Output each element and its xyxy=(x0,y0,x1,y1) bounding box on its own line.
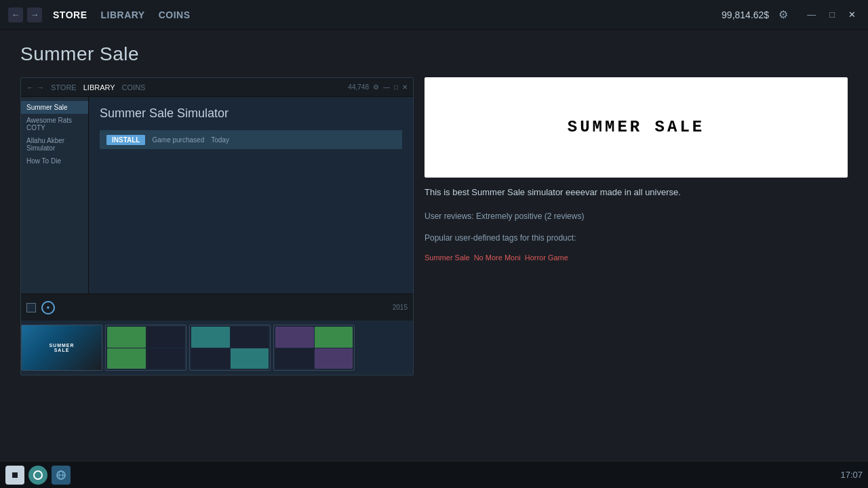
reviews-row: User reviews: Extremely positive (2 revi… xyxy=(425,211,848,221)
reviews-detail: Extremely positive (2 reviews) xyxy=(476,211,584,221)
nested-forward[interactable]: → xyxy=(37,83,44,92)
right-panel: SUMMER SALE This is best Summer Sale sim… xyxy=(425,77,848,461)
thumb-cell xyxy=(315,327,353,348)
thumb-cell xyxy=(146,327,185,348)
nested-gear[interactable]: ⚙ xyxy=(373,83,379,91)
nav-arrows: ← → xyxy=(8,7,42,22)
install-button[interactable]: INSTALL xyxy=(106,135,145,145)
maximize-button[interactable]: □ xyxy=(825,8,839,21)
settings-icon[interactable]: ⚙ xyxy=(776,7,791,22)
purchase-info: Game purchased xyxy=(152,136,204,144)
media-checkbox[interactable] xyxy=(26,303,36,312)
circle-icon xyxy=(33,470,43,481)
install-bar: INSTALL Game purchased Today xyxy=(100,130,402,149)
thumb-cell xyxy=(107,327,146,348)
thumb-cell xyxy=(146,348,185,369)
taskbar-app-button[interactable] xyxy=(28,466,47,485)
coins-amount: 99,814.62$ xyxy=(722,9,769,20)
thumbnail-1[interactable]: SUMMER SALE xyxy=(21,325,102,371)
svg-point-1 xyxy=(34,471,42,479)
nested-right: 44,748 ⚙ — □ ✕ xyxy=(348,83,408,91)
nav-right: 99,814.62$ ⚙ — □ ✕ xyxy=(722,7,860,22)
tags-label: Popular user-defined tags for this produ… xyxy=(425,233,848,243)
thumb-cell xyxy=(275,327,314,348)
nested-close[interactable]: ✕ xyxy=(402,83,408,91)
thumbnail-3[interactable] xyxy=(189,325,271,371)
thumbnails-row: SUMMER SALE xyxy=(21,321,413,375)
sidebar-item-1[interactable]: Awesome Rats COTY xyxy=(21,114,88,134)
thumb-cell xyxy=(107,348,146,369)
main-layout: ← → STORE LIBRARY COINS 44,748 ⚙ — □ ✕ xyxy=(20,77,848,461)
thumb-4-grid xyxy=(274,325,354,370)
media-play-button[interactable]: ● xyxy=(41,301,55,314)
game-cover-text: SUMMER SALE xyxy=(568,117,705,138)
taskbar-stop-button[interactable] xyxy=(5,466,24,485)
nested-back[interactable]: ← xyxy=(26,83,34,92)
purchase-date: Today xyxy=(211,136,229,144)
nav-store[interactable]: STORE xyxy=(53,9,87,20)
thumb-cell xyxy=(275,348,314,369)
game-description: This is best Summer Sale simulator eeeev… xyxy=(425,186,848,199)
back-button[interactable]: ← xyxy=(8,7,23,22)
nested-maximize[interactable]: □ xyxy=(394,83,398,91)
minimize-button[interactable]: — xyxy=(803,8,820,21)
window-controls: — □ ✕ xyxy=(803,8,860,21)
tags-row: Summer Sale No More Moni Horror Game xyxy=(425,253,848,262)
sidebar-item-3[interactable]: How To Die xyxy=(21,155,88,167)
thumb-cell xyxy=(191,327,230,348)
nested-topbar: ← → STORE LIBRARY COINS 44,748 ⚙ — □ ✕ xyxy=(21,78,413,97)
thumb-cell xyxy=(231,348,269,369)
sidebar-item-2[interactable]: Allahu Akber Simulator xyxy=(21,134,88,155)
nested-store[interactable]: STORE xyxy=(51,83,77,92)
page-title: Summer Sale xyxy=(20,43,848,65)
nav-links: STORE LIBRARY COINS xyxy=(53,9,722,20)
tag-0[interactable]: Summer Sale xyxy=(425,253,470,262)
stop-icon xyxy=(11,471,19,479)
nested-minimize[interactable]: — xyxy=(383,83,390,91)
globe-icon xyxy=(56,470,66,481)
left-panel: ← → STORE LIBRARY COINS 44,748 ⚙ — □ ✕ xyxy=(20,77,414,461)
media-year: 2015 xyxy=(393,304,408,311)
sidebar-item-0[interactable]: Summer Sale xyxy=(21,101,88,114)
page-content: Summer Sale ← → STORE LIBRARY COINS xyxy=(0,30,868,461)
tag-2[interactable]: Horror Game xyxy=(525,253,568,262)
thumb-1-text: SUMMER SALE xyxy=(42,343,82,352)
reviews-label: User reviews: xyxy=(425,211,474,221)
thumbnail-4[interactable] xyxy=(273,325,355,371)
thumb-cell xyxy=(315,348,353,369)
thumb-2-grid xyxy=(106,325,186,370)
nav-library[interactable]: LIBRARY xyxy=(100,9,144,20)
nested-library[interactable]: LIBRARY xyxy=(83,83,115,92)
nested-coins-amount: 44,748 xyxy=(348,83,369,91)
nav-coins[interactable]: COINS xyxy=(159,9,191,20)
thumb-cell xyxy=(231,327,269,348)
top-navigation: ← → STORE LIBRARY COINS 99,814.62$ ⚙ — □… xyxy=(0,0,868,30)
nested-nav-arrows: ← → xyxy=(26,83,44,92)
nested-sidebar: Summer Sale Awesome Rats COTY Allahu Akb… xyxy=(21,97,89,293)
thumb-cell xyxy=(191,348,230,369)
game-cover: SUMMER SALE xyxy=(425,77,848,178)
taskbar: 17:07 xyxy=(0,461,868,488)
taskbar-time: 17:07 xyxy=(840,470,863,480)
tag-1[interactable]: No More Moni xyxy=(474,253,521,262)
media-bar: ● 2015 xyxy=(21,293,413,321)
game-detail-area: Summer Sale Simulator INSTALL Game purch… xyxy=(89,97,413,293)
close-button[interactable]: ✕ xyxy=(844,8,860,21)
taskbar-globe-button[interactable] xyxy=(52,466,71,485)
game-title-inner: Summer Sale Simulator xyxy=(100,106,402,121)
nested-window: ← → STORE LIBRARY COINS 44,748 ⚙ — □ ✕ xyxy=(20,77,414,375)
nested-body: Summer Sale Awesome Rats COTY Allahu Akb… xyxy=(21,97,413,293)
nested-nav-links: STORE LIBRARY COINS xyxy=(51,83,145,92)
thumbnail-2[interactable] xyxy=(105,325,186,371)
nested-coins[interactable]: COINS xyxy=(122,83,146,92)
forward-button[interactable]: → xyxy=(27,7,42,22)
thumb-3-grid xyxy=(190,325,270,370)
svg-rect-0 xyxy=(12,472,18,478)
